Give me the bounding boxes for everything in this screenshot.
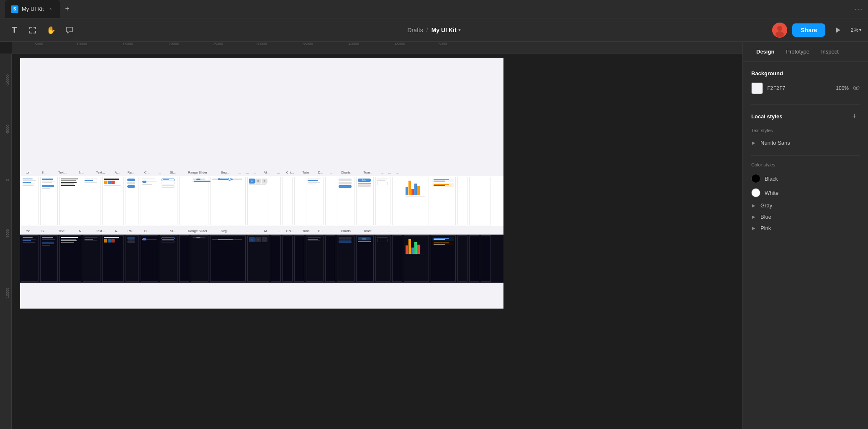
expand-blue-icon: ▶ bbox=[751, 214, 756, 220]
breadcrumb-parent[interactable]: Drafts bbox=[407, 27, 423, 33]
breadcrumb-current[interactable]: My UI Kit ▾ bbox=[431, 27, 461, 33]
text-style-nunito-sans[interactable]: ▶ Nunito Sans bbox=[751, 137, 860, 148]
breadcrumb-current-label: My UI Kit bbox=[431, 27, 457, 33]
add-style-button[interactable]: + bbox=[850, 111, 860, 121]
inspect-tab[interactable]: Inspect bbox=[816, 45, 844, 58]
breadcrumb-chevron: ▾ bbox=[458, 27, 461, 33]
style-name-label: Nunito Sans bbox=[760, 140, 790, 146]
tab-close-button[interactable]: × bbox=[47, 6, 54, 13]
play-button[interactable] bbox=[830, 23, 845, 38]
background-section-title: Background bbox=[751, 70, 860, 77]
expand-icon: ▶ bbox=[751, 140, 756, 146]
more-menu-button[interactable]: ··· bbox=[854, 5, 863, 13]
svg-point-10 bbox=[776, 31, 784, 37]
title-bar: S My UI Kit × + ··· bbox=[0, 0, 868, 18]
main-frame: ton S... Text... N... Text... A... Ra...… bbox=[20, 58, 503, 309]
text-styles-title: Text styles bbox=[751, 128, 860, 133]
add-tab-button[interactable]: + bbox=[62, 3, 73, 15]
color-style-white[interactable]: White bbox=[751, 186, 860, 200]
local-styles-title: Local styles bbox=[751, 113, 782, 120]
expand-gray-icon: ▶ bbox=[751, 203, 756, 208]
right-panel: Design Prototype Inspect Background F2F2… bbox=[742, 42, 868, 429]
zoom-chevron: ▾ bbox=[859, 28, 861, 32]
text-tool[interactable]: T bbox=[7, 23, 22, 38]
tool-group: T ✋ bbox=[7, 23, 77, 38]
svg-marker-11 bbox=[836, 28, 840, 33]
color-swatch-black bbox=[751, 174, 760, 183]
prototype-tab[interactable]: Prototype bbox=[781, 45, 814, 58]
svg-rect-5 bbox=[35, 27, 36, 29]
color-name-black: Black bbox=[765, 176, 778, 182]
svg-rect-7 bbox=[35, 31, 36, 33]
color-name-blue: Blue bbox=[760, 214, 771, 220]
background-color-swatch[interactable] bbox=[751, 82, 763, 94]
background-field: F2F2F7 100% bbox=[751, 82, 860, 94]
user-avatar[interactable] bbox=[772, 23, 787, 38]
color-style-gray[interactable]: ▶ Gray bbox=[751, 200, 860, 211]
canvas-area[interactable]: 5000 10000 15000 20000 25000 30000 35000… bbox=[0, 42, 742, 429]
svg-point-9 bbox=[777, 26, 782, 31]
expand-pink-icon: ▶ bbox=[751, 226, 756, 231]
section-divider-1 bbox=[751, 104, 860, 105]
zoom-value: 2% bbox=[850, 27, 858, 33]
color-name-pink: Pink bbox=[760, 225, 771, 231]
panel-content: Background F2F2F7 100% Local styles + bbox=[743, 62, 868, 429]
share-button[interactable]: Share bbox=[792, 23, 825, 37]
breadcrumb-separator: / bbox=[426, 27, 428, 33]
ruler-horizontal: 5000 10000 15000 20000 25000 30000 35000… bbox=[12, 42, 742, 54]
svg-rect-6 bbox=[29, 31, 30, 33]
color-style-pink[interactable]: ▶ Pink bbox=[751, 222, 860, 234]
color-styles-title: Color styles bbox=[751, 162, 860, 167]
local-styles-header: Local styles + bbox=[751, 111, 860, 121]
active-tab[interactable]: S My UI Kit × bbox=[5, 0, 60, 18]
toolbar: T ✋ Drafts / My UI Kit ▾ bbox=[0, 18, 868, 42]
frame-tool[interactable] bbox=[25, 23, 40, 38]
hand-tool[interactable]: ✋ bbox=[44, 23, 59, 38]
tab-label: My UI Kit bbox=[22, 6, 44, 12]
svg-point-13 bbox=[855, 87, 858, 89]
design-tab[interactable]: Design bbox=[751, 45, 779, 58]
color-name-white: White bbox=[765, 190, 778, 196]
color-style-blue[interactable]: ▶ Blue bbox=[751, 211, 860, 222]
visibility-toggle-icon[interactable] bbox=[853, 84, 860, 92]
zoom-level[interactable]: 2% ▾ bbox=[850, 27, 861, 33]
section-divider-2 bbox=[751, 155, 860, 156]
main-layout: 5000 10000 15000 20000 25000 30000 35000… bbox=[0, 42, 868, 429]
color-swatch-white bbox=[751, 188, 760, 197]
canvas-content[interactable]: ton S... Text... N... Text... A... Ra...… bbox=[12, 54, 742, 429]
color-style-black[interactable]: Black bbox=[751, 171, 860, 186]
comment-tool[interactable] bbox=[62, 23, 77, 38]
color-name-gray: Gray bbox=[760, 202, 772, 209]
ruler-vertical: -10000 -5000 0 5000 10000 bbox=[0, 54, 12, 429]
svg-rect-4 bbox=[29, 27, 30, 29]
tab-app-icon: S bbox=[11, 5, 18, 13]
background-opacity[interactable]: 100% bbox=[836, 85, 849, 91]
background-color-value[interactable]: F2F2F7 bbox=[767, 85, 832, 91]
breadcrumb: Drafts / My UI Kit ▾ bbox=[407, 27, 460, 33]
panel-tabs: Design Prototype Inspect bbox=[743, 42, 868, 62]
toolbar-right: Share 2% ▾ bbox=[772, 23, 861, 38]
